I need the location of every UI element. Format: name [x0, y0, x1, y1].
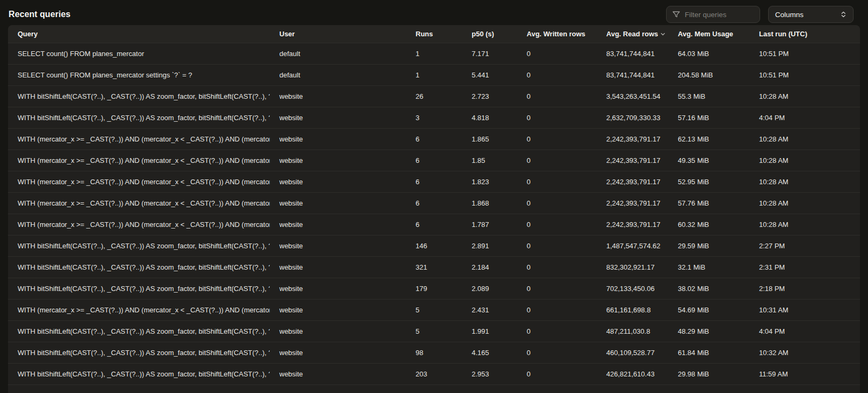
- table-row[interactable]: WITH bitShiftLeft(CAST(?..), _CAST(?..))…: [8, 320, 860, 342]
- cell-mem: 38.02 MiB: [668, 278, 749, 299]
- cell-last_run: 4:04 PM: [749, 107, 860, 128]
- column-header-label: Query: [18, 30, 38, 38]
- cell-user: default: [270, 43, 406, 64]
- table-body: SELECT count() FROM planes_mercatordefau…: [8, 43, 860, 393]
- cell-user: website: [270, 171, 406, 192]
- cell-last_run: 10:32 AM: [749, 342, 860, 363]
- cell-last_run: 11:59 AM: [749, 363, 860, 384]
- cell-runs: 1: [406, 64, 462, 85]
- cell-runs: 1: [406, 43, 462, 64]
- cell-written: 0: [517, 299, 597, 320]
- cell-query: WITH bitShiftLeft(CAST(?..), _CAST(?..))…: [8, 256, 270, 278]
- cell-read: 2,242,393,791.17: [597, 128, 668, 150]
- cell-runs: 5: [406, 299, 462, 320]
- cell-mem: 64.03 MiB: [668, 43, 749, 64]
- cell-p50: 2.723: [462, 85, 517, 107]
- cell-read: 426,821,610.43: [597, 363, 668, 384]
- column-header-label: Runs: [416, 30, 433, 38]
- table-row[interactable]: WITH (mercator_x >= _CAST(?..)) AND (mer…: [8, 150, 860, 171]
- cell-written: 0: [517, 43, 597, 64]
- cell-last_run: 10:28 AM: [749, 128, 860, 150]
- cell-runs: 6: [406, 128, 462, 150]
- cell-user: website: [270, 342, 406, 363]
- filter-queries-input[interactable]: [666, 6, 760, 23]
- table-row[interactable]: WITH bitShiftLeft(CAST(?..), _CAST(?..))…: [8, 278, 860, 299]
- cell-p50: 1.865: [462, 128, 517, 150]
- table-row[interactable]: SELECT count() FROM planes_mercatordefau…: [8, 43, 860, 64]
- table-row[interactable]: WITH bitShiftLeft(CAST(?..), _CAST(?..))…: [8, 256, 860, 278]
- cell-written: 0: [517, 64, 597, 85]
- columns-dropdown[interactable]: Columns: [768, 6, 854, 23]
- cell-written: 0: [517, 171, 597, 192]
- table-row[interactable]: WITH bitShiftLeft(CAST(?..), _CAST(?..))…: [8, 363, 860, 384]
- cell-last_run: 10:51 PM: [749, 43, 860, 64]
- cell-query: SELECT count() FROM planes_mercator: [8, 43, 270, 64]
- column-header-read[interactable]: Avg. Read rows: [597, 25, 668, 43]
- cell-query: WITH (mercator_x >= _CAST(?..)) AND (mer…: [8, 171, 270, 192]
- cell-user: website: [270, 320, 406, 342]
- cell-user: website: [270, 214, 406, 235]
- table-row[interactable]: WITH (mercator_x >= _CAST(?..)) AND (mer…: [8, 299, 860, 320]
- table-row[interactable]: WITH bitShiftLeft(CAST(?..), _CAST(?..))…: [8, 85, 860, 107]
- cell-last_run: 2:27 PM: [749, 235, 860, 256]
- table-row[interactable]: WITH (mercator_x >= _CAST(?..)) AND (mer…: [8, 192, 860, 214]
- cell-read: 83,741,744,841: [597, 64, 668, 85]
- cell-mem: [668, 384, 749, 393]
- column-header-user[interactable]: User: [270, 25, 406, 43]
- cell-user: website: [270, 235, 406, 256]
- column-header-written[interactable]: Avg. Written rows: [517, 25, 597, 43]
- chevron-up-down-icon: [840, 11, 847, 18]
- cell-query: WITH (mercator_x >= _CAST(?..)) AND (mer…: [8, 214, 270, 235]
- cell-read: 460,109,528.77: [597, 342, 668, 363]
- cell-written: 0: [517, 214, 597, 235]
- cell-p50: 1.85: [462, 150, 517, 171]
- cell-read: 2,242,393,791.17: [597, 214, 668, 235]
- cell-written: 0: [517, 363, 597, 384]
- column-header-p50[interactable]: p50 (s): [462, 25, 517, 43]
- cell-p50: 4.165: [462, 342, 517, 363]
- cell-query: WITH (mercator_x >= _CAST(?..)) AND (mer…: [8, 299, 270, 320]
- cell-p50: [462, 384, 517, 393]
- cell-runs: 179: [406, 278, 462, 299]
- cell-user: website: [270, 256, 406, 278]
- column-header-query[interactable]: Query: [8, 25, 270, 43]
- cell-query: SELECT count() FROM planes_mercator sett…: [8, 64, 270, 85]
- cell-runs: 146: [406, 235, 462, 256]
- cell-read: 3,543,263,451.54: [597, 85, 668, 107]
- table-row[interactable]: WITH (mercator_x >= _CAST(?..)) AND (mer…: [8, 171, 860, 192]
- filter-queries-field: [666, 6, 760, 23]
- table-row[interactable]: WITH (mercator_x >= _CAST(?..)) AND (mer…: [8, 128, 860, 150]
- cell-written: 0: [517, 150, 597, 171]
- table-row[interactable]: SELECT count() FROM planes_mercator sett…: [8, 64, 860, 85]
- table-row[interactable]: WITH bitShiftLeft(CAST(?..), _CAST(?..))…: [8, 107, 860, 128]
- cell-user: website: [270, 85, 406, 107]
- table-row[interactable]: WITH bitShiftLeft(CAST(?..), _CAST(?..))…: [8, 235, 860, 256]
- cell-last_run: 10:51 PM: [749, 64, 860, 85]
- cell-p50: 2.089: [462, 278, 517, 299]
- cell-read: 702,133,450.06: [597, 278, 668, 299]
- cell-runs: 6: [406, 192, 462, 214]
- column-header-last_run[interactable]: Last run (UTC): [749, 25, 860, 43]
- cell-read: 661,161,698.8: [597, 299, 668, 320]
- cell-runs: 203: [406, 363, 462, 384]
- table-row-partial[interactable]: [8, 384, 860, 393]
- cell-read: 2,242,393,791.17: [597, 192, 668, 214]
- cell-written: [517, 384, 597, 393]
- cell-p50: 7.171: [462, 43, 517, 64]
- cell-user: website: [270, 299, 406, 320]
- cell-mem: 29.98 MiB: [668, 363, 749, 384]
- toolbar-controls: Columns: [666, 6, 854, 23]
- cell-query: WITH bitShiftLeft(CAST(?..), _CAST(?..))…: [8, 278, 270, 299]
- cell-query: [8, 384, 270, 393]
- cell-runs: 98: [406, 342, 462, 363]
- recent-queries-table: QueryUserRunsp50 (s)Avg. Written rowsAvg…: [8, 25, 860, 393]
- table-row[interactable]: WITH bitShiftLeft(CAST(?..), _CAST(?..))…: [8, 342, 860, 363]
- table-row[interactable]: WITH (mercator_x >= _CAST(?..)) AND (mer…: [8, 214, 860, 235]
- cell-user: website: [270, 278, 406, 299]
- cell-p50: 2.953: [462, 363, 517, 384]
- column-header-mem[interactable]: Avg. Mem Usage: [668, 25, 749, 43]
- cell-p50: 5.441: [462, 64, 517, 85]
- column-header-runs[interactable]: Runs: [406, 25, 462, 43]
- cell-user: website: [270, 363, 406, 384]
- cell-runs: 6: [406, 171, 462, 192]
